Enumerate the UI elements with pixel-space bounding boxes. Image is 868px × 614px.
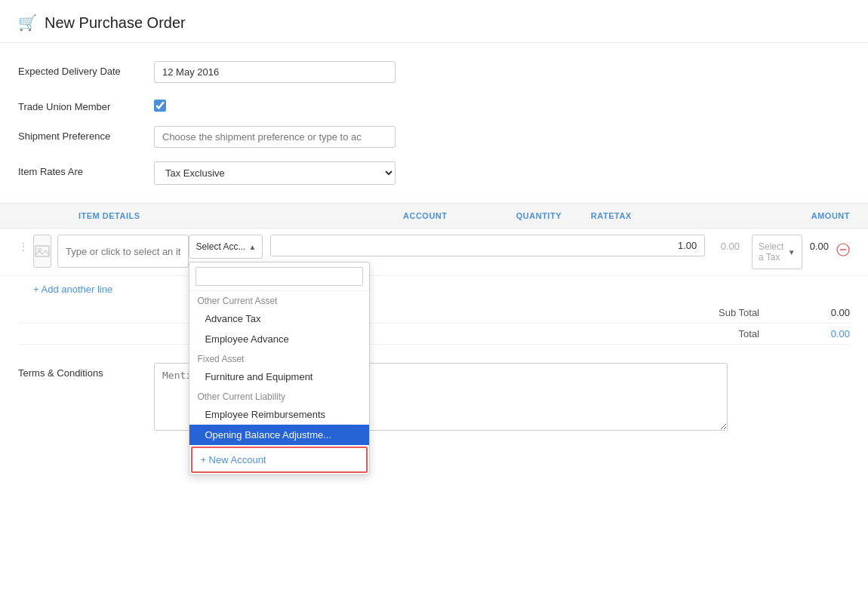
shipment-row: Shipment Preference <box>18 126 850 148</box>
new-account-label: + New Account <box>200 454 266 465</box>
subtotal-total-row: Total 0.00 <box>18 324 850 345</box>
page-title: New Purchase Order <box>45 14 186 32</box>
tax-select-wrap[interactable]: Select a Tax ▼ <box>752 235 802 269</box>
table-header: ITEM DETAILS ACCOUNT QUANTITY RATE TAX A… <box>0 204 868 229</box>
shipment-label: Shipment Preference <box>18 126 154 142</box>
expected-delivery-control <box>154 61 396 83</box>
new-account-btn[interactable]: + New Account <box>191 447 368 473</box>
quantity-input[interactable] <box>270 235 705 256</box>
subtotal-section: Sub Total 0.00 Total 0.00 <box>0 302 868 345</box>
svg-rect-0 <box>35 246 49 256</box>
group-label-fixed-asset: Fixed Asset <box>189 349 369 367</box>
subtotal-sub-row: Sub Total 0.00 <box>18 302 850 324</box>
shipment-input[interactable] <box>154 126 396 148</box>
account-col-header: ACCOUNT <box>403 211 494 220</box>
account-btn-label: Select Acc... <box>195 241 245 252</box>
account-dropdown[interactable]: Select Acc... ▲ Other Current Asset Adva… <box>189 235 263 259</box>
dropdown-item-furniture[interactable]: Furniture and Equipment <box>189 367 369 387</box>
rate-col-header: RATE <box>562 211 614 220</box>
item-input-wrap <box>57 235 189 268</box>
item-col-header: ITEM DETAILS <box>78 211 403 220</box>
dropdown-search-input[interactable] <box>195 267 363 286</box>
purchase-order-icon: 🛒 <box>18 14 37 32</box>
item-rates-select[interactable]: Tax Exclusive Tax Inclusive No Tax <box>154 161 396 185</box>
dropdown-search-wrap <box>189 262 369 291</box>
expected-delivery-label: Expected Delivery Date <box>18 61 154 77</box>
item-rates-row: Item Rates Are Tax Exclusive Tax Inclusi… <box>18 161 850 185</box>
item-table: ITEM DETAILS ACCOUNT QUANTITY RATE TAX A… <box>0 203 868 302</box>
dropdown-list: Other Current Asset Advance Tax Employee… <box>189 291 369 445</box>
trade-union-control <box>154 97 166 112</box>
drag-handle[interactable]: ⋮⋮ <box>18 235 33 253</box>
terms-label: Terms & Conditions <box>18 363 154 379</box>
dropdown-item-employee-reimbursements[interactable]: Employee Reimbursements <box>189 404 369 425</box>
trade-union-checkbox[interactable] <box>154 100 166 112</box>
svg-point-1 <box>38 248 42 251</box>
item-rates-control: Tax Exclusive Tax Inclusive No Tax <box>154 161 396 185</box>
account-dropdown-menu: Other Current Asset Advance Tax Employee… <box>189 262 370 475</box>
page-header: 🛒 New Purchase Order <box>0 0 868 43</box>
amount-display: 0.00 <box>810 235 836 258</box>
dropdown-item-opening-balance[interactable]: Opening Balance Adjustme... <box>189 425 369 445</box>
tax-select-arrow: ▼ <box>788 248 796 256</box>
subtotal-sub-value: 0.00 <box>774 307 850 318</box>
add-line-btn[interactable]: + Add another line <box>33 284 112 295</box>
item-input[interactable] <box>57 235 189 268</box>
tax-select-label: Select a Tax <box>759 241 788 262</box>
item-image <box>33 235 51 268</box>
dropdown-item-employee-advance[interactable]: Employee Advance <box>189 329 369 349</box>
subtotal-sub-label: Sub Total <box>654 307 774 318</box>
item-rates-label: Item Rates Are <box>18 161 154 177</box>
expected-delivery-row: Expected Delivery Date <box>18 61 850 83</box>
account-btn-arrow: ▲ <box>248 243 256 251</box>
terms-section: Terms & Conditions <box>0 345 868 449</box>
rate-display: 0.00 <box>713 235 744 258</box>
subtotal-total-label: Total <box>654 328 774 339</box>
form-body: Expected Delivery Date Trade Union Membe… <box>0 43 868 185</box>
amount-col-header: AMOUNT <box>720 211 850 220</box>
shipment-control <box>154 126 396 148</box>
quantity-col-header: QUANTITY <box>494 211 562 220</box>
group-label-other-current-liability: Other Current Liability <box>189 387 369 404</box>
tax-select-btn[interactable]: Select a Tax ▼ <box>752 235 802 269</box>
account-btn[interactable]: Select Acc... ▲ <box>189 235 263 259</box>
tax-col-header: TAX <box>614 211 720 220</box>
table-row: ⋮⋮ Select Acc... ▲ <box>0 229 868 276</box>
trade-union-row: Trade Union Member <box>18 97 850 112</box>
terms-row: Terms & Conditions <box>18 363 850 431</box>
delete-row-btn[interactable] <box>836 241 850 259</box>
group-label-other-current-asset: Other Current Asset <box>189 291 369 309</box>
expected-delivery-input[interactable] <box>154 61 396 83</box>
dropdown-item-advance-tax[interactable]: Advance Tax <box>189 309 369 329</box>
add-line-row: + Add another line <box>0 276 868 302</box>
subtotal-total-value: 0.00 <box>774 328 850 339</box>
trade-union-label: Trade Union Member <box>18 97 154 112</box>
